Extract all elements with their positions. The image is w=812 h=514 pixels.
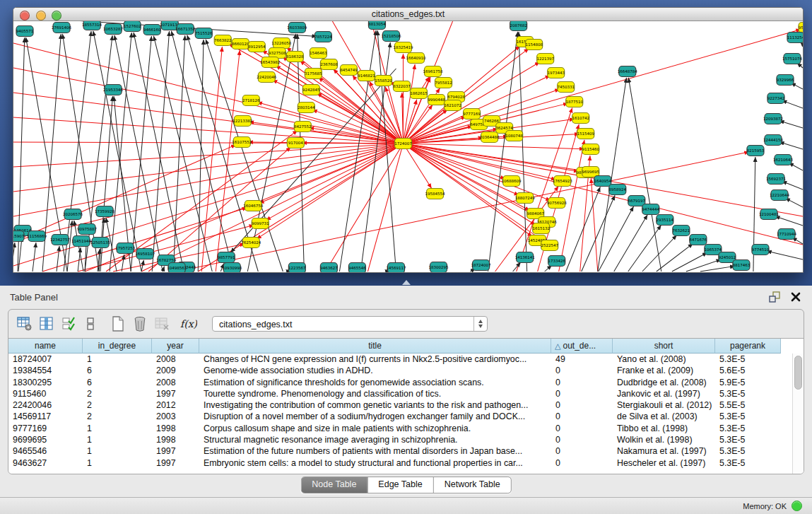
table-cell[interactable]: 5.3E-5 (715, 354, 781, 365)
graph-node[interactable]: 21953346 (103, 85, 124, 95)
graph-node[interactable]: 1610742 (572, 113, 589, 124)
table-cell[interactable]: 49 (551, 354, 613, 365)
table-cell[interactable]: 18724007 (8, 354, 83, 365)
table-cell[interactable]: 1 (83, 434, 152, 445)
graph-node[interactable]: 7450331 (557, 82, 575, 93)
table-cell[interactable]: 9699695 (8, 434, 83, 445)
graph-node[interactable]: 1113254 (787, 33, 803, 43)
table-row[interactable]: 1872400712008Changes of HCN gene express… (8, 354, 804, 365)
graph-node[interactable]: 8427552 (294, 122, 312, 132)
graph-node[interactable]: 16046758 (243, 201, 264, 211)
column-header-year[interactable]: year (152, 339, 199, 354)
table-cell[interactable]: Genome-wide association studies in ADHD. (199, 365, 551, 376)
graph-node[interactable]: 17359928 (95, 206, 115, 217)
table-row[interactable]: 946362711997Embryonic stem cells: a mode… (8, 457, 804, 469)
table-cell[interactable]: Yano et al. (2008) (613, 354, 715, 365)
stacked-boxes-icon[interactable] (81, 315, 100, 333)
graph-node[interactable]: 14136141 (515, 252, 535, 263)
graph-node[interactable]: 1862615 (410, 88, 428, 99)
graph-node[interactable]: 9558244 (799, 23, 803, 33)
graph-node[interactable]: 18557314 (82, 21, 102, 30)
graph-node[interactable]: 18724007 (471, 260, 492, 271)
graph-node[interactable]: 16648784 (618, 66, 638, 77)
table-cell[interactable]: de Silva et al. (2003) (613, 411, 715, 422)
table-cell[interactable]: 1997 (152, 445, 199, 457)
graph-node[interactable]: 9146821 (358, 71, 375, 81)
table-cell[interactable]: 9463627 (8, 457, 83, 469)
graph-node[interactable]: 76254024 (241, 238, 261, 248)
table-cell[interactable]: 1 (83, 445, 152, 457)
graph-node[interactable]: 8958924 (609, 185, 627, 195)
column-header-name[interactable]: name (8, 339, 83, 354)
graph-node[interactable]: 8912954 (248, 42, 266, 52)
table-cell[interactable]: Tibbo et al. (1998) (613, 423, 715, 434)
table-cell[interactable]: 1998 (152, 423, 199, 434)
table-cell[interactable]: 22420046 (8, 399, 83, 411)
network-canvas[interactable]: 1724007766382286601288912954132260589327… (13, 21, 803, 272)
table-cell[interactable]: 5.9E-5 (715, 377, 781, 388)
graph-node[interactable]: 16640910 (406, 53, 427, 64)
table-cell[interactable]: 5.3E-5 (715, 411, 781, 422)
graph-node[interactable]: 1527602 (124, 21, 141, 32)
graph-node[interactable]: 6679197 (628, 196, 646, 206)
graph-node[interactable]: 1546463 (310, 48, 327, 59)
function-builder-icon[interactable]: f(x) (179, 315, 197, 333)
graph-node[interactable]: 1733426 (548, 256, 565, 267)
graph-node[interactable]: 19584554 (425, 189, 446, 199)
table-cell[interactable]: 1998 (152, 434, 199, 445)
graph-node[interactable]: 7515526 (195, 28, 213, 39)
graph-node[interactable]: 1640954 (594, 176, 611, 187)
graph-node[interactable]: 9329966 (777, 75, 794, 86)
graph-node[interactable]: 1724007 (394, 139, 412, 149)
table-cell[interactable]: 2003 (152, 411, 199, 422)
graph-node[interactable]: 1877510 (565, 97, 583, 107)
table-row[interactable]: 1456911722003Disruption of a novel membe… (8, 411, 804, 422)
table-cell[interactable]: 0 (551, 399, 613, 411)
graph-node[interactable]: 14569117 (386, 263, 406, 273)
tab-node-table[interactable]: Node Table (301, 477, 367, 493)
table-cell[interactable]: 2008 (152, 354, 199, 365)
scrollbar-thumb[interactable] (794, 356, 802, 390)
graph-node[interactable]: 22420046 (257, 72, 277, 83)
table-row[interactable]: 946554611997Estimation of the future num… (8, 445, 804, 457)
table-cell[interactable]: Jankovic et al. (1997) (613, 388, 715, 399)
window-titlebar[interactable]: citations_edges.txt (13, 8, 803, 21)
delete-icon[interactable] (131, 315, 149, 333)
graph-node[interactable]: 7663822 (214, 35, 232, 46)
table-cell[interactable]: Embryonic stem cells: a model to study s… (199, 457, 551, 469)
graph-node[interactable]: 17957253 (115, 243, 136, 254)
graph-node[interactable]: 18325419 (393, 42, 413, 53)
graph-node[interactable]: 1973443 (547, 68, 565, 78)
table-cell[interactable]: Changes of HCN gene expression and I(f) … (199, 354, 551, 365)
graph-node[interactable]: 8817463 (733, 260, 751, 271)
graph-node[interactable]: 12210644 (770, 190, 790, 201)
table-cell[interactable]: Investigating the contribution of common… (199, 399, 551, 411)
graph-node[interactable]: 16961758 (423, 66, 444, 77)
table-cell[interactable]: 18300295 (8, 377, 83, 388)
graph-node[interactable]: 9242845 (302, 85, 320, 95)
select-rows-icon[interactable] (59, 315, 78, 333)
graph-node[interactable]: 8322037 (393, 81, 411, 92)
table-cell[interactable]: 1 (83, 457, 152, 469)
table-cell[interactable]: Tourette syndrome. Phenomenology and cla… (199, 388, 551, 399)
table-row[interactable]: 911546021997Tourette syndrome. Phenomeno… (8, 388, 804, 399)
graph-node[interactable]: 3915907 (13, 231, 25, 242)
graph-node[interactable]: 27691406 (52, 23, 72, 33)
table-cell[interactable]: 5.3E-5 (715, 423, 781, 434)
table-cell[interactable]: 2 (83, 388, 152, 399)
table-cell[interactable]: 19384554 (8, 365, 83, 376)
graph-node[interactable]: 2367608 (320, 59, 338, 70)
graph-node[interactable]: 917004 (287, 138, 304, 148)
graph-node[interactable]: 12100481 (759, 209, 779, 220)
graph-node[interactable]: 15751074 (782, 54, 803, 64)
graph-node[interactable]: 12505135 (90, 238, 111, 248)
graph-node[interactable]: 15692371 (766, 174, 786, 185)
graph-node[interactable]: 1615132 (532, 223, 550, 234)
table-cell[interactable]: 2 (83, 411, 152, 422)
graph-node[interactable]: 9777169 (463, 109, 481, 119)
graph-node[interactable]: 9465546 (348, 263, 366, 273)
graph-node[interactable]: 9857791 (218, 252, 235, 263)
graph-node[interactable]: 90756928 (547, 198, 567, 209)
graph-node[interactable]: 10653287 (103, 24, 124, 35)
graph-node[interactable]: 9990448 (428, 95, 445, 105)
